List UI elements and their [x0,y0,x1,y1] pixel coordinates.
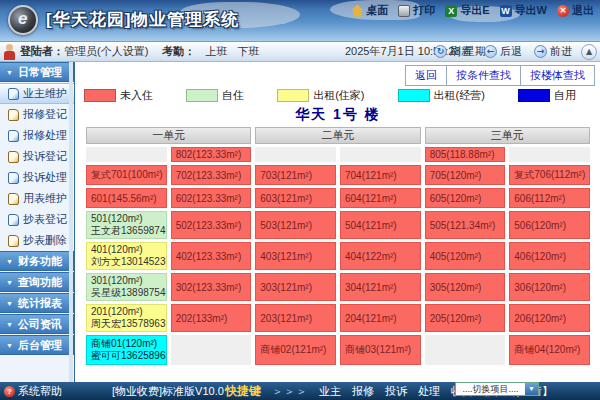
empty-cell [171,335,252,365]
sidebar-item-投诉登记[interactable]: 投诉登记 [0,146,74,167]
unit-cell[interactable]: 605(120m²) [425,188,506,208]
export-word-button[interactable]: W 导出W [500,3,547,18]
unit-cell[interactable]: 305(120m²) [425,273,506,301]
unit-cell[interactable]: 703(121m²) [255,165,336,185]
sidebar-item-label: 报修处理 [23,128,67,143]
unit-cell[interactable]: 商铺01(120m²)蜜可可13625896335 [86,335,167,365]
login-label: 登陆者： [20,44,64,59]
sidebar-section-日常管理[interactable]: ▼日常管理 [0,62,74,82]
grid-row: 301(120m²)吴星级13898754623302(123.33m²)303… [86,273,590,301]
unit-cell[interactable]: 商铺04(120m²) [509,335,590,365]
body-row: ▼日常管理业主维护报修登记报修处理投诉登记投诉处理用表维护抄表登记抄表删除▼财务… [0,62,600,382]
sidebar-section-label: 统计报表 [18,296,62,311]
search-by-condition-link[interactable]: 按条件查找 [447,66,521,85]
shortcut-业主[interactable]: 业主 [319,382,341,400]
unit-cell[interactable]: 603(121m²) [255,188,336,208]
unit-cell[interactable]: 复式701(100m²) [86,165,167,185]
unit-cell[interactable]: 204(121m²) [340,304,421,332]
unit-cell[interactable]: 406(120m²) [509,242,590,270]
sidebar-section-公司资讯[interactable]: ▼公司资讯 [0,314,74,334]
collapse-toolbar-button[interactable]: ▲ [581,44,597,60]
unit-cell[interactable]: 403(121m²) [255,242,336,270]
document-icon [8,193,19,205]
return-link[interactable]: 返回 [406,66,447,85]
export-excel-button[interactable]: X 导出E [445,3,489,18]
shortcut-报修[interactable]: 报修 [352,382,374,400]
unit-cell[interactable]: 202(133m²) [171,304,252,332]
shortcut-投诉[interactable]: 投诉 [385,382,407,400]
unit-cell[interactable]: 505(121.34m²) [425,211,506,239]
back-button[interactable]: ←后退 [484,44,522,59]
chevron-down-icon: ▼ [6,321,13,328]
sidebar-item-业主维护[interactable]: 业主维护 [0,83,74,104]
shortcut-处理[interactable]: 处理 [418,382,440,400]
sidebar-item-抄表删除[interactable]: 抄表删除 [0,230,74,251]
sidebar-item-报修处理[interactable]: 报修处理 [0,125,74,146]
refresh-button[interactable]: ↻刷新 [434,44,472,59]
grid-row: 802(123.33m²)805(118.88m²) [86,147,590,162]
unit-cell[interactable]: 702(123.33m²) [171,165,252,185]
unit-cell[interactable]: 705(120m²) [425,165,506,185]
unit-cell[interactable]: 205(120m²) [425,304,506,332]
sidebar-item-用表维护[interactable]: 用表维护 [0,188,74,209]
unit-cell[interactable]: 602(123.33m²) [171,188,252,208]
sidebar-item-报修登记[interactable]: 报修登记 [0,104,74,125]
sidebar-section-财务功能[interactable]: ▼财务功能 [0,251,74,271]
unit-cell[interactable]: 802(123.33m²) [171,147,252,162]
current-user[interactable]: 管理员(个人设置) [64,44,148,59]
unit-cell[interactable]: 503(121m²) [255,211,336,239]
unit-cell[interactable]: 303(121m²) [255,273,336,301]
unit-cell[interactable]: 401(120m²)刘方文13014523698 [86,242,167,270]
unit-cell[interactable]: 304(121m²) [340,273,421,301]
unit-cell[interactable]: 201(120m²)周天宏13578963215 [86,304,167,332]
export-word-button-label: 导出W [515,3,547,18]
unit-cell[interactable]: 402(123.33m²) [171,242,252,270]
document-icon [8,88,19,100]
legend-item: 自用 [518,88,576,103]
unit-cell[interactable]: 203(121m²) [255,304,336,332]
sidebar-section-统计报表[interactable]: ▼统计报表 [0,293,74,313]
unit-cell[interactable]: 501(120m²)王文君13659874569 [86,211,167,239]
unit-cell[interactable]: 301(120m²)吴星级13898754623 [86,273,167,301]
chevron-down-icon: ▼ [6,279,13,286]
unit-header-2: 二单元 [255,127,420,144]
project-switch-select[interactable]: ....切换项目.... ▼ [455,382,539,396]
desktop-button-label: 桌面 [366,3,388,18]
unit-cell[interactable]: 206(120m²) [509,304,590,332]
unit-cell[interactable]: 504(121m²) [340,211,421,239]
desktop-button[interactable]: 桌面 [351,3,388,18]
system-help-button[interactable]: ? 系统帮助 [4,382,62,400]
empty-cell [255,147,336,162]
unit-cell[interactable]: 405(120m²) [425,242,506,270]
unit-cell[interactable]: 506(120m²) [509,211,590,239]
unit-cell[interactable]: 302(123.33m²) [171,273,252,301]
unit-cell[interactable]: 306(120m²) [509,273,590,301]
sidebar-scrollbar[interactable] [69,62,73,382]
unit-header-row: 一单元 二单元 三单元 [86,127,590,144]
sidebar-section-查询功能[interactable]: ▼查询功能 [0,272,74,292]
unit-cell[interactable]: 601(145.56m²) [86,188,167,208]
unit-cell[interactable]: 604(121m²) [340,188,421,208]
forward-button[interactable]: →前进 [534,44,572,59]
unit-cell[interactable]: 复式706(112m²) [509,165,590,185]
unit-cell[interactable]: 404(122m²) [340,242,421,270]
print-button[interactable]: 打印 [398,3,435,18]
clock-in-button[interactable]: 上班 [205,44,227,59]
unit-cell[interactable]: 商铺03(121m²) [340,335,421,365]
app-logo-icon [8,5,38,35]
unit-cell[interactable]: 商铺02(121m²) [255,335,336,365]
exit-button[interactable]: ✕ 退出 [557,3,594,18]
sidebar-item-投诉处理[interactable]: 投诉处理 [0,167,74,188]
unit-cell[interactable]: 502(123.33m²) [171,211,252,239]
unit-cell[interactable]: 606(112m²) [509,188,590,208]
unit-cell[interactable]: 704(121m²) [340,165,421,185]
unit-cell[interactable]: 805(118.88m²) [425,147,506,162]
search-by-building-link[interactable]: 按楼体查找 [521,66,594,85]
clock-out-button[interactable]: 下班 [237,44,259,59]
app-window: [华天花园]物业管理系统 桌面 打印 X 导出E W 导出W ✕ 退出 [0,0,600,400]
version-label: [物业收费]标准版V10.0 [112,382,224,400]
sidebar: ▼日常管理业主维护报修登记报修处理投诉登记投诉处理用表维护抄表登记抄表删除▼财务… [0,62,75,382]
sidebar-item-抄表登记[interactable]: 抄表登记 [0,209,74,230]
sidebar-section-后台管理[interactable]: ▼后台管理 [0,335,74,355]
toolbar: 登陆者： 管理员(个人设置) 考勤： 上班 下班 2025年7月1日 10:55… [0,42,600,62]
